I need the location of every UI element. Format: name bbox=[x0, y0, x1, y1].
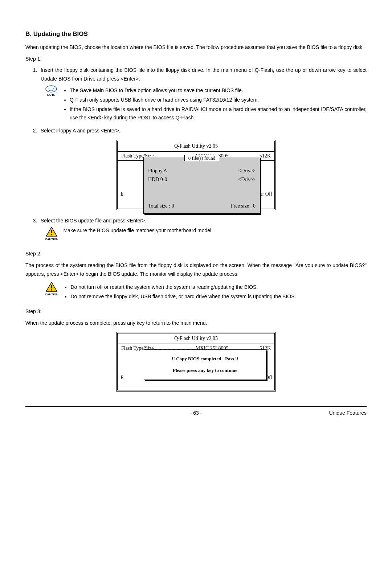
popup-title: 0 file(s) found bbox=[184, 155, 219, 161]
drive-row-floppy[interactable]: Floppy A <Drive> bbox=[148, 167, 256, 175]
caution-label: CAUTION bbox=[45, 293, 58, 296]
svg-point-0 bbox=[46, 86, 57, 92]
note-label: NOTE bbox=[47, 93, 55, 97]
t: and press <Enter>. bbox=[76, 128, 121, 134]
drive-label: Floppy A bbox=[148, 167, 167, 175]
step-1-item-3: Select the BIOS update file and press <E… bbox=[38, 217, 367, 225]
free-size: Free size : 0 bbox=[231, 202, 256, 210]
drive-select-popup: 0 file(s) found Floppy A <Drive> HDD 0-0… bbox=[143, 157, 260, 214]
drive-type: <Drive> bbox=[238, 167, 256, 175]
step-1-list-cont2: Select the BIOS update file and press <E… bbox=[25, 217, 367, 225]
hidden-char-e: E bbox=[121, 373, 124, 382]
caution-2-bullet-2: Do not remove the floppy disk, USB flash… bbox=[70, 292, 367, 301]
drive-label: HDD 0-0 bbox=[148, 175, 167, 184]
completion-popup: !! Copy BIOS completed - Pass !! Please … bbox=[144, 349, 266, 380]
t: The bbox=[70, 87, 80, 93]
step-3-text: When the update process is complete, pre… bbox=[25, 319, 367, 328]
note-bullet-2: Q-Flash only supports USB flash drive or… bbox=[70, 96, 367, 104]
footer-section-name: Unique Features bbox=[309, 409, 367, 418]
caution-icon: CAUTION bbox=[45, 226, 58, 241]
page-footer: - 63 - Unique Features bbox=[25, 406, 367, 418]
caution-icon: CAUTION bbox=[45, 282, 58, 296]
note-bullet-1: The Save Main BIOS to Drive option allow… bbox=[70, 86, 367, 95]
step-1-list: Insert the floppy disk containing the BI… bbox=[25, 66, 367, 83]
t: Select bbox=[41, 128, 56, 134]
page-number: - 63 - bbox=[190, 409, 202, 418]
hidden-eroff: er Off bbox=[260, 190, 272, 198]
step-1-item-1: Insert the floppy disk containing the BI… bbox=[38, 66, 367, 83]
note-bullets: The Save Main BIOS to Drive option allow… bbox=[62, 86, 367, 122]
svg-rect-7 bbox=[51, 285, 52, 288]
drive-name: Floppy A bbox=[56, 128, 76, 134]
caution-2-bullet-1: Do not turn off or restart the system wh… bbox=[70, 283, 367, 292]
menu-option-text: Update BIOS from Drive bbox=[41, 76, 95, 82]
caution-label: CAUTION bbox=[45, 238, 58, 241]
caution-block-2: CAUTION Do not turn off or restart the s… bbox=[45, 282, 367, 303]
note-bullet-3: If the BIOS update file is saved to a ha… bbox=[70, 105, 367, 123]
step-3-label: Step 3: bbox=[25, 307, 367, 316]
svg-point-8 bbox=[51, 289, 52, 291]
step-1-label: Step 1: bbox=[25, 55, 367, 63]
drive-row-hdd[interactable]: HDD 0-0 <Drive> bbox=[148, 175, 256, 184]
svg-rect-4 bbox=[51, 230, 52, 233]
qflash-title: Q-Flash Utility v2.05 bbox=[118, 333, 274, 344]
section-heading: B. Updating the BIOS bbox=[25, 29, 367, 40]
svg-point-2 bbox=[53, 88, 54, 89]
caution-block-1: CAUTION Make sure the BIOS update file m… bbox=[45, 226, 367, 241]
svg-point-5 bbox=[51, 234, 52, 236]
press-any-key-text: Please press any key to continue bbox=[147, 366, 263, 374]
flash-size: 512K bbox=[260, 152, 271, 160]
caution-text-1: Make sure the BIOS update file matches y… bbox=[63, 226, 367, 235]
note-block: NOTE The Save Main BIOS to Drive option … bbox=[45, 85, 367, 124]
text: Insert the floppy disk containing the BI… bbox=[41, 67, 367, 73]
step-1-list-cont: Select Floppy A and press <Enter>. bbox=[25, 127, 367, 135]
t: option allows you to save the current BI… bbox=[136, 87, 243, 93]
svg-point-1 bbox=[49, 88, 50, 89]
caution-2-bullets: Do not turn off or restart the system wh… bbox=[63, 283, 367, 301]
text: and press <Enter>. bbox=[95, 76, 140, 82]
total-size: Total size : 0 bbox=[148, 202, 174, 210]
step-2-label: Step 2: bbox=[25, 250, 367, 258]
qflash-screenshot-1: Q-Flash Utility v2.05 Flash Type/Size...… bbox=[116, 140, 276, 210]
popup-footer: Total size : 0 Free size : 0 bbox=[144, 200, 260, 213]
step-1-item-2: Select Floppy A and press <Enter>. bbox=[38, 127, 367, 135]
qflash-screenshot-2: Q-Flash Utility v2.05 Flash Type/Size...… bbox=[116, 332, 276, 392]
step-2-text: The process of the system reading the BI… bbox=[25, 261, 367, 279]
intro-paragraph: When updating the BIOS, choose the locat… bbox=[25, 43, 367, 52]
qflash-title: Q-Flash Utility v2.05 bbox=[118, 141, 274, 152]
note-icon: NOTE bbox=[45, 85, 57, 97]
copy-completed-text: !! Copy BIOS completed - Pass !! bbox=[147, 355, 263, 363]
option-text: Save Main BIOS to Drive bbox=[80, 87, 136, 93]
hidden-char-e: E bbox=[121, 190, 124, 198]
drive-type: <Drive> bbox=[238, 175, 256, 184]
